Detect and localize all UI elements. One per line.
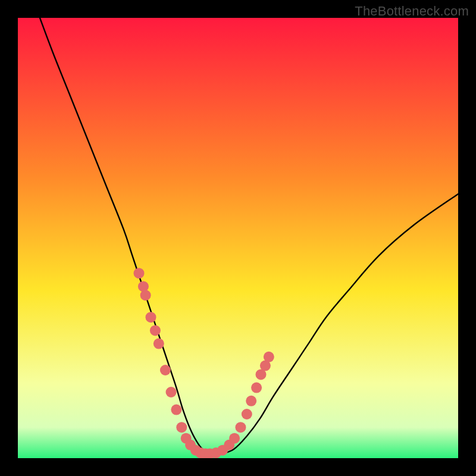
gradient-bg <box>18 18 458 458</box>
bead-dot <box>229 433 240 444</box>
bead-dot <box>150 325 161 336</box>
bead-dot <box>134 268 145 278</box>
bead-dot <box>154 339 164 349</box>
bead-dot <box>264 352 274 362</box>
bead-dot <box>246 396 256 406</box>
watermark-label: TheBottleneck.com <box>355 4 469 19</box>
bead-dot <box>171 405 181 415</box>
chart-stage: TheBottleneck.com <box>0 0 476 476</box>
plot-area <box>18 18 458 458</box>
bead-dot <box>176 422 187 433</box>
bead-dot <box>160 365 171 375</box>
bead-dot <box>166 387 177 397</box>
bead-dot <box>235 422 246 433</box>
bead-dot <box>140 290 151 300</box>
chart-svg <box>18 18 458 458</box>
bead-dot <box>251 383 262 393</box>
bead-dot <box>145 312 156 322</box>
bead-dot <box>242 409 252 419</box>
